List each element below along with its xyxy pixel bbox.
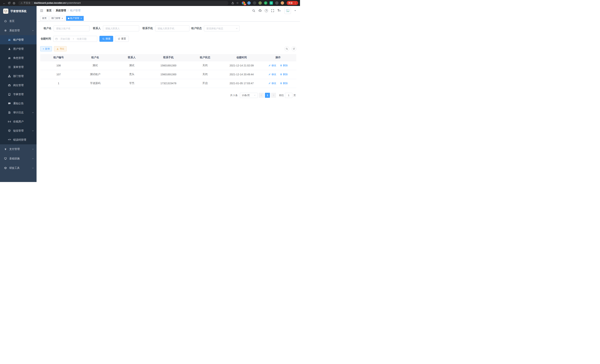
user-icon	[8, 47, 11, 50]
sidebar-item-label: 用户管理	[13, 47, 24, 51]
avatar[interactable]	[284, 7, 291, 14]
tenant-name-input[interactable]	[54, 25, 89, 31]
cell-created: 2021-12-14 21:02:09	[223, 61, 260, 70]
hamburger-icon[interactable]	[40, 9, 43, 12]
sidebar-item-dept[interactable]: 部门管理	[0, 72, 37, 81]
column-header: 创建时间	[223, 54, 260, 61]
back-icon[interactable]: ←	[2, 1, 7, 5]
sidebar-group-sms[interactable]: 短信管理	[0, 126, 37, 135]
extension-icon[interactable]: 10	[242, 1, 245, 5]
tab-dept[interactable]: 部门管理×	[49, 16, 65, 21]
edit-button[interactable]: 修改	[268, 73, 276, 76]
start-date-input[interactable]	[58, 37, 72, 40]
sidebar-group-infrastructure[interactable]: 基础设施	[0, 154, 37, 163]
warning-icon: ⚠	[21, 2, 23, 4]
breadcrumb-home[interactable]: 首页	[46, 9, 52, 12]
sidebar-item-notice[interactable]: 通知公告	[0, 99, 37, 108]
tenant-status-input[interactable]	[204, 25, 240, 31]
app-title: 芋道管理系统	[10, 9, 27, 13]
tenant-status-select[interactable]	[204, 25, 240, 31]
sidebar-group-audit-log[interactable]: 审计日志	[0, 108, 37, 117]
phone-input[interactable]	[155, 25, 189, 31]
extension-icon[interactable]	[275, 1, 279, 5]
close-icon[interactable]: ×	[62, 17, 63, 19]
reload-icon[interactable]	[7, 1, 11, 5]
menu-kebab-icon[interactable]: ⋮	[294, 2, 297, 4]
sidebar-item-tenant[interactable]: 租户管理	[0, 35, 37, 44]
breadcrumb-system[interactable]: 系统管理	[56, 9, 66, 12]
sidebar-item-role[interactable]: 角色管理	[0, 53, 37, 63]
sms-shield-icon	[8, 129, 11, 132]
next-page-button[interactable]	[271, 93, 276, 98]
devtools-icon	[4, 167, 7, 169]
prev-page-button[interactable]	[259, 93, 264, 98]
sidebar-item-label: 短信管理	[13, 129, 24, 132]
bookmark-star-icon[interactable]: ☆	[235, 1, 240, 5]
app-logo[interactable]: 芋道管理系统	[0, 6, 37, 16]
page-size-select[interactable]: 10条/页	[240, 93, 258, 98]
sidebar-item-label: 首页	[9, 19, 14, 23]
extension-icon[interactable]	[253, 1, 256, 5]
github-icon[interactable]	[258, 9, 262, 12]
total-count: 共 3 条	[230, 94, 238, 97]
contact-input[interactable]	[103, 25, 139, 31]
cell-status: 关闭	[187, 61, 223, 70]
sidebar-item-home[interactable]: 首页	[0, 16, 37, 26]
pagination: 共 3 条 10条/页 1 前往 页	[40, 93, 296, 98]
sidebar-item-dict[interactable]: 字典管理	[0, 90, 37, 99]
dropdown-caret-icon[interactable]	[294, 10, 296, 11]
page-number-button[interactable]: 1	[265, 93, 270, 98]
toggle-search-button[interactable]	[284, 46, 289, 51]
sidebar-item-menu[interactable]: 菜单管理	[0, 63, 37, 72]
extension-icon[interactable]: ✓	[264, 1, 267, 5]
sidebar-item-error-code[interactable]: </> 错误码管理	[0, 135, 37, 144]
tab-tenant[interactable]: 租户管理×	[66, 16, 84, 21]
sidebar-group-payment[interactable]: ¥ 支付管理	[0, 144, 37, 154]
sidebar: 芋道管理系统 首页 系统管理 租户管理 用户管理 角色管理 菜单管理	[0, 6, 37, 182]
delete-button[interactable]: 删除	[280, 73, 288, 76]
goto-page-input[interactable]	[285, 93, 292, 98]
end-date-input[interactable]	[75, 37, 88, 40]
create-time-range-picker[interactable]: -	[53, 36, 97, 42]
edit-button[interactable]: 修改	[268, 64, 276, 67]
security-label[interactable]: 不安全	[24, 1, 31, 5]
close-icon[interactable]: ×	[81, 17, 82, 19]
tab-home[interactable]: 首页	[40, 16, 48, 21]
refresh-table-button[interactable]	[291, 46, 296, 51]
add-button[interactable]: + 新增	[40, 46, 52, 51]
search-button[interactable]: 搜索	[99, 36, 113, 42]
status-label: 租户状态	[189, 27, 204, 30]
delete-button[interactable]: 删除	[280, 64, 288, 67]
fullscreen-icon[interactable]	[271, 9, 274, 12]
cell-id: 107	[40, 70, 77, 79]
date-separator: -	[73, 37, 74, 40]
extension-icon[interactable]	[247, 1, 251, 5]
address-bar[interactable]: ⚠ 不安全 dashboard.yudao.iocoder.cn/system/…	[18, 1, 228, 5]
export-button[interactable]: 导出	[54, 46, 67, 51]
calendar-icon	[55, 38, 58, 40]
column-header: 租户编号	[40, 54, 77, 61]
sidebar-group-system[interactable]: 系统管理	[0, 26, 37, 35]
table-header-row: 租户编号 租户名 联系人 联系手机 租户状态 创建时间 操作	[40, 54, 296, 61]
search-icon[interactable]	[252, 9, 255, 12]
help-icon[interactable]: ?	[265, 9, 268, 12]
delete-button[interactable]: 删除	[280, 82, 288, 85]
update-button-label: 更新	[288, 1, 293, 5]
sidebar-item-online-user[interactable]: 在线用户	[0, 117, 37, 126]
sidebar-item-label: 支付管理	[9, 148, 20, 151]
update-button[interactable]: 更新 ⋮	[287, 1, 298, 5]
sidebar-group-devtools[interactable]: 研发工具	[0, 163, 37, 173]
sidebar-item-user[interactable]: 用户管理	[0, 44, 37, 53]
extension-icon[interactable]	[281, 1, 284, 5]
cell-actions: 修改 删除	[260, 79, 296, 88]
extension-icon[interactable]: G	[270, 1, 273, 5]
font-size-icon[interactable]: TT	[277, 9, 281, 12]
infrastructure-icon	[4, 157, 7, 160]
sidebar-item-post[interactable]: 岗位管理	[0, 81, 37, 90]
home-icon[interactable]	[11, 1, 16, 5]
extension-icon[interactable]	[258, 1, 262, 5]
edit-button[interactable]: 修改	[268, 82, 276, 85]
share-icon[interactable]	[230, 1, 235, 5]
chevron-left-icon	[260, 94, 262, 96]
reset-button[interactable]: 重置	[115, 36, 129, 42]
